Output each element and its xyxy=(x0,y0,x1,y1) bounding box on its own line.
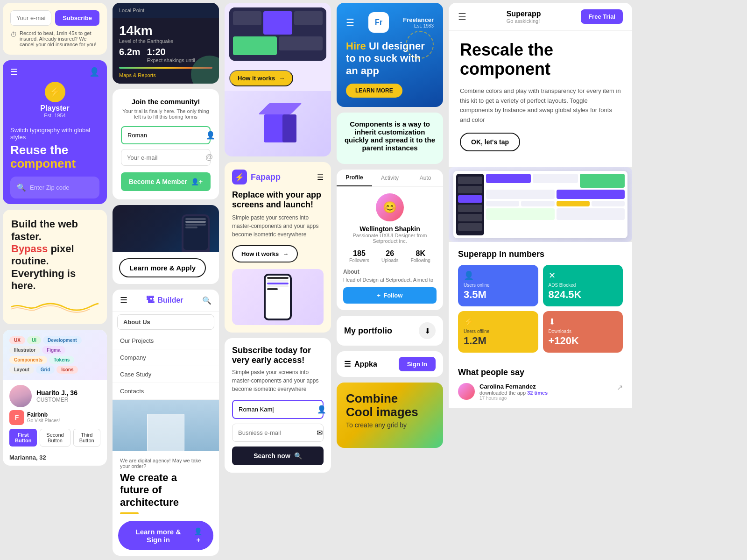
testimonial-section: What people say Carolina Fernandez downl… xyxy=(449,368,632,408)
early-email-input[interactable] xyxy=(238,429,317,436)
fairbnb-brand: F Fairbnb Go Visit Places! xyxy=(9,410,100,425)
name-input[interactable] xyxy=(127,132,206,139)
eq-distance-label: Level of the Earthquake xyxy=(119,38,173,44)
arrow-icon: → xyxy=(282,250,289,257)
superapp-hamburger-icon[interactable]: ☰ xyxy=(458,11,466,22)
about-section: About Head of Design at Setproduct, Aime… xyxy=(343,269,437,283)
combine-title: Combine Cool images xyxy=(346,392,434,418)
join-title: Join the community! xyxy=(121,98,211,106)
superapp-name: Superapp xyxy=(507,10,541,18)
user-icon[interactable]: 👤 xyxy=(89,67,99,77)
building-image xyxy=(113,400,219,451)
early-name-input-container: 👤 xyxy=(232,400,324,419)
eq-distance: 14km xyxy=(119,23,173,38)
combine-subtitle: To create any grid by xyxy=(346,421,434,429)
early-access-card: Subscribe today for very early access! S… xyxy=(225,338,331,473)
showcase-avatar: 😊 xyxy=(376,193,404,221)
block-icon: ✕ xyxy=(549,270,618,281)
testimonial-avatar xyxy=(458,383,475,400)
ok-lets-tap-button[interactable]: OK, let's tap xyxy=(460,133,520,151)
superapp-screen-mockup xyxy=(449,167,632,242)
freelancer-brand-name: Freelancer xyxy=(403,16,434,23)
column-1: Subscribe ⏱ Record to beat, 1min 45s to … xyxy=(0,0,110,560)
menu-about-us[interactable]: About Us xyxy=(117,314,214,330)
chip-figma: Figma xyxy=(42,346,65,354)
phone-preview-image xyxy=(113,205,219,252)
waves-headline: Build the web faster. Bypass pixel routi… xyxy=(11,218,99,292)
appka-card: ☰ Appka Sign In xyxy=(337,351,443,377)
download-button[interactable]: ⬇ xyxy=(419,322,436,339)
free-trial-button[interactable]: Free Trial xyxy=(581,9,623,24)
search-icon[interactable]: 🔍 xyxy=(202,296,211,305)
components-title: Components is a way to inherit customiza… xyxy=(344,120,436,152)
download-icon: ⬇ xyxy=(549,317,618,327)
hamburger-icon[interactable]: ☰ xyxy=(10,67,18,77)
builder-hamburger-icon[interactable]: ☰ xyxy=(120,295,127,305)
superapp-hero: Rescale the component Combine colors and… xyxy=(449,31,632,167)
fairbnb-name: Fairbnb xyxy=(27,411,60,418)
follow-button[interactable]: + Follow xyxy=(343,287,437,304)
playster-est: Est. 1954 xyxy=(44,113,65,118)
early-access-desc: Simple paste your screens into master-co… xyxy=(232,368,324,393)
builder-tagline: We are digital agency! May we take your … xyxy=(120,458,211,469)
menu-our-projects[interactable]: Our Projects xyxy=(113,333,219,349)
chip-layout: Layout xyxy=(9,366,34,374)
playster-title: Reuse the component xyxy=(10,143,99,170)
number-card-users-offline: ⚡ Users offline 1.2M xyxy=(458,311,538,353)
tab-auto[interactable]: Auto xyxy=(408,170,443,186)
menu-company[interactable]: Company xyxy=(113,349,219,366)
local-point-label: Local Point xyxy=(119,7,144,13)
fapapp-how-it-works-button[interactable]: How it works → xyxy=(232,245,298,262)
menu-case-study[interactable]: Case Study xyxy=(113,366,219,383)
chip-ux: UX xyxy=(9,336,25,344)
search-now-button[interactable]: Search now 🔍 xyxy=(232,447,324,465)
tab-activity[interactable]: Activity xyxy=(372,170,408,186)
appka-brand: ☰ Appka xyxy=(344,360,377,369)
testimonial-title: What people say xyxy=(458,368,623,377)
subscribe-button[interactable]: Subscribe xyxy=(55,10,99,26)
playster-card: ☰ 👤 ⚡ Playster Est. 1954 Switch typograp… xyxy=(3,60,107,204)
testimonial-time: 17 hours ago xyxy=(479,396,612,401)
email-input[interactable] xyxy=(10,10,51,26)
tab-profile[interactable]: Profile xyxy=(337,170,372,186)
plus-icon: + xyxy=(377,292,381,299)
menu-contacts[interactable]: Contacts xyxy=(113,383,219,400)
how-it-works-button[interactable]: How it works → xyxy=(229,70,293,86)
second-button[interactable]: Second Button xyxy=(40,429,70,447)
earthquake-card: Local Point 14km Level of the Earthquake… xyxy=(113,3,219,84)
early-name-input[interactable] xyxy=(239,406,317,413)
testimonial-action: downloaded the app 32 times xyxy=(479,390,612,396)
learn-sign-in-button[interactable]: Learn more & Sign in 👤+ xyxy=(118,521,213,550)
learn-more-button[interactable]: LEARN MORE xyxy=(346,84,402,98)
showcase-role: Passionate UX/UI Designer from Setproduc… xyxy=(343,233,437,244)
superapp-brand: Superapp Go asskicking! xyxy=(507,10,541,24)
third-button[interactable]: Third Button xyxy=(73,429,100,447)
menu-dots-icon[interactable]: ☰ xyxy=(317,173,324,182)
join-subtitle: Your trial is finally here. The only thi… xyxy=(121,108,211,120)
hamburger-icon[interactable]: ☰ xyxy=(344,360,351,369)
playster-logo-circle: ⚡ xyxy=(45,82,65,102)
combine-card: Combine Cool images To create any grid b… xyxy=(337,383,443,448)
hamburger-icon[interactable]: ☰ xyxy=(346,17,354,28)
zip-code-input[interactable] xyxy=(30,184,107,191)
download-icon: ⬇ xyxy=(424,326,430,335)
become-member-button[interactable]: Become A Member 👤+ xyxy=(121,172,211,191)
fapapp-card: ⚡ Fapapp ☰ Replace with your app screens… xyxy=(225,162,331,333)
sign-in-button[interactable]: Sign In xyxy=(399,357,436,371)
first-button[interactable]: First Button xyxy=(9,429,37,447)
join-email-input[interactable] xyxy=(127,154,205,161)
playster-subtitle: Switch typography with global styles xyxy=(10,127,99,141)
profile-showcase-card: Profile Activity Auto 😊 Wellington Shapk… xyxy=(337,170,443,310)
at-icon: @ xyxy=(205,153,213,162)
share-icon[interactable]: ↗ xyxy=(617,383,623,392)
early-access-title: Subscribe today for very early access! xyxy=(232,346,324,365)
builder-card: ☰ 🏗 Builder 🔍 About Us Our Projects Comp… xyxy=(113,290,219,556)
add-person-icon: 👤+ xyxy=(191,178,203,185)
learn-apply-button[interactable]: Learn more & Apply xyxy=(119,258,206,277)
column-4: ☰ Fr Freelancer Est. 1983 Hire UI design… xyxy=(334,0,446,560)
chip-dev: Development xyxy=(43,336,82,344)
waves-card: Build the web faster. Bypass pixel routi… xyxy=(3,210,107,324)
subscribe-note-text: Record to beat, 1min 45s to get insured.… xyxy=(20,30,99,47)
fapapp-visual xyxy=(232,269,324,325)
profile-card: UX UI Development Illustrator Figma Comp… xyxy=(3,330,107,466)
